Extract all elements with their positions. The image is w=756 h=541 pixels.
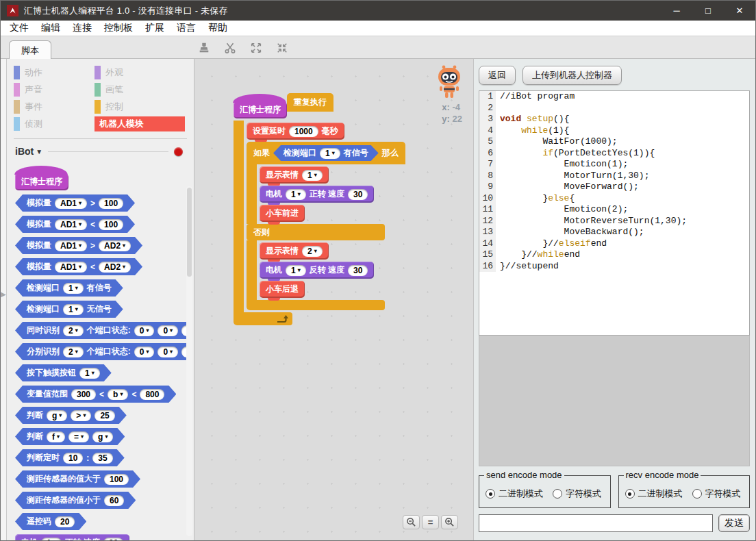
block-number-input[interactable]: 100 [99,198,123,209]
block-dropdown[interactable]: 1▾ [320,148,340,159]
boolean-block[interactable]: 变量值范围300<b▾<800 [15,386,176,403]
boolean-block[interactable]: 检测端口1▾无信号 [15,301,123,318]
boolean-block[interactable]: 按下触摸按钮1▾ [15,364,112,381]
block-dropdown[interactable]: AD1▾ [55,198,87,209]
stack-block[interactable]: 电机1▾反转 速度30 [260,262,374,279]
block-dropdown[interactable]: AD2▾ [99,240,131,251]
menu-item[interactable]: 扩展 [139,21,171,36]
block-dropdown[interactable]: g▾ [47,410,67,421]
boolean-block[interactable]: 模拟量AD1▾<100 [15,216,135,233]
block-dropdown[interactable]: 2▾ [302,246,323,257]
block-dropdown[interactable]: AD2▾ [99,262,131,273]
zoom-reset-button[interactable]: = [422,515,439,529]
block-dropdown[interactable]: AD1▾ [55,240,87,251]
menu-item[interactable]: 文件 [3,21,35,36]
block-dropdown[interactable]: 1▾ [286,189,306,200]
block-dropdown[interactable]: f▾ [47,431,65,442]
category-item[interactable]: 控制 [94,99,190,114]
hat-block[interactable]: 汇博士程序 [15,173,68,190]
script-canvas[interactable]: 汇博士程序重复执行设置延时1000毫秒如果检测端口1▾有信号那么显示表情1▾电机… [194,59,473,540]
block-number-input[interactable]: 30 [348,189,368,200]
forever-block-header[interactable]: 重复执行 [287,93,333,112]
boolean-block[interactable]: 检测端口1▾有信号 [273,145,379,161]
block-dropdown[interactable]: AD1▾ [55,262,87,273]
block-number-input[interactable]: 35 [92,453,112,464]
category-item[interactable]: 侦测 [14,116,94,131]
block-dropdown[interactable]: 1▾ [63,283,84,294]
menu-item[interactable]: 语言 [171,21,202,36]
boolean-block[interactable]: 遥控码20 [15,513,86,530]
scissors-icon[interactable] [223,41,238,55]
boolean-block[interactable]: 模拟量AD1▾>AD2▾ [15,237,142,254]
boolean-block[interactable]: 模拟量AD1▾>100 [15,194,135,212]
block-dropdown[interactable]: 1▾ [79,368,100,379]
block-dropdown[interactable]: >▾ [71,410,91,421]
minimize-button[interactable]: ─ [661,1,692,21]
category-item[interactable]: 机器人模块 [94,116,185,131]
menu-item[interactable]: 编辑 [35,21,66,36]
block-number-input[interactable]: 25 [94,410,114,421]
upload-button[interactable]: 上传到机器人控制器 [522,66,622,85]
block-dropdown[interactable]: 1▾ [302,170,323,181]
block-dropdown[interactable]: 2▾ [63,347,84,357]
splitter-arrow-icon[interactable]: ▶ [1,290,6,298]
block-number-input[interactable]: 800 [140,389,164,400]
boolean-block[interactable]: 模拟量AD1▾<AD2▾ [15,258,142,275]
block-number-input[interactable]: 10 [63,453,83,464]
send-mode-radio-option[interactable]: 字符模式 [553,488,601,500]
boolean-block[interactable]: 分别识别2▾个端口状态:0▾0▾0▾0▾ [15,343,186,360]
sprite-thumbnail[interactable] [435,64,464,100]
block-number-input[interactable]: 100 [99,219,123,230]
block-number-input[interactable]: 20 [55,516,75,527]
block-dropdown[interactable]: 0▾ [181,347,186,357]
block-number-input[interactable]: 300 [71,389,96,400]
palette-scrollbar[interactable] [186,186,192,536]
zoom-in-button[interactable] [441,515,458,529]
block-number-input[interactable]: 30 [348,265,368,276]
ifelse-header[interactable]: 如果检测端口1▾有信号那么 [247,142,405,164]
stack-block[interactable]: 显示表情2▾ [260,242,329,260]
stack-block[interactable]: 小车后退 [260,281,305,298]
stack-block[interactable]: 电机1▾正转 速度30 [15,534,129,540]
boolean-block[interactable]: 检测端口1▾有信号 [15,279,123,297]
shrink-icon[interactable] [275,41,290,55]
stack-block[interactable]: 小车前进 [260,205,305,222]
block-dropdown[interactable]: =▾ [68,431,89,442]
grow-icon[interactable] [249,41,264,55]
block-dropdown[interactable]: 1▾ [63,304,84,315]
block-dropdown[interactable]: 1▾ [286,265,306,276]
maximize-button[interactable]: □ [692,1,724,21]
send-button[interactable]: 发送 [718,514,750,532]
block-number-input[interactable]: 100 [104,474,129,485]
code-editor[interactable]: 1//iBot program2 3void setup(){4 while(1… [479,90,750,336]
back-button[interactable]: 返回 [479,66,516,85]
block-dropdown[interactable]: 1▾ [41,538,62,541]
recv-mode-radio-option[interactable]: 二进制模式 [625,488,683,500]
block-number-input[interactable]: 60 [104,495,124,506]
block-dropdown[interactable]: g▾ [92,431,113,442]
block-dropdown[interactable]: 0▾ [158,347,178,357]
chevron-down-icon[interactable]: ▼ [36,148,42,155]
category-item[interactable]: 声音 [14,82,94,97]
boolean-block[interactable]: 判断f▾=▾g▾ [15,428,125,445]
boolean-block[interactable]: 同时识别2▾个端口状态:0▾0▾0▾0▾ [15,322,186,339]
boolean-block[interactable]: 判断g▾>▾25 [15,407,127,424]
script-stack[interactable]: 汇博士程序重复执行设置延时1000毫秒如果检测端口1▾有信号那么显示表情1▾电机… [234,93,405,325]
category-item[interactable]: 画笔 [94,82,190,97]
block-dropdown[interactable]: 2▾ [63,325,84,336]
category-item[interactable]: 外观 [94,65,190,80]
menu-item[interactable]: 连接 [66,21,98,36]
block-number-input[interactable]: 1000 [289,126,318,137]
block-dropdown[interactable]: b▾ [108,389,128,400]
block-number-input[interactable]: 30 [103,538,123,541]
zoom-out-button[interactable] [403,515,420,529]
block-dropdown[interactable]: 0▾ [134,347,155,357]
palette-splitter[interactable]: ▶ [1,59,7,540]
recv-mode-radio-option[interactable]: 字符模式 [692,488,741,500]
palette-scrollbar-thumb[interactable] [187,188,192,277]
ifelse-block[interactable]: 如果检测端口1▾有信号那么显示表情1▾电机1▾正转 速度30小车前进否则显示表情… [247,142,405,310]
else-bar[interactable]: 否则 [247,224,385,240]
block-dropdown[interactable]: 0▾ [158,325,178,336]
close-button[interactable]: ✕ [724,1,755,21]
boolean-block[interactable]: 判断定时10:35 [15,449,125,466]
